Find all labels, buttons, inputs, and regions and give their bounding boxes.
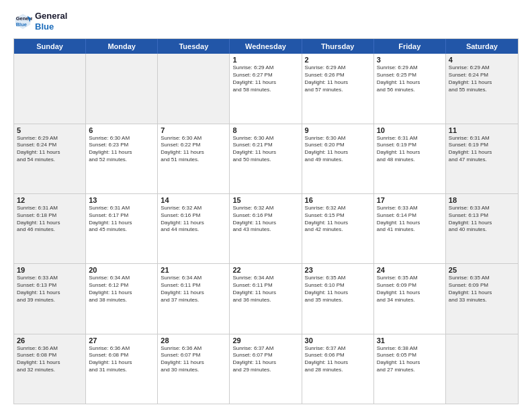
logo-blue: Blue (35, 21, 67, 32)
day-info: Sunrise: 6:30 AM Sunset: 6:20 PM Dayligh… (305, 135, 371, 164)
calendar-day-23: 23Sunrise: 6:35 AM Sunset: 6:10 PM Dayli… (302, 264, 374, 333)
day-number: 9 (305, 126, 371, 134)
day-info: Sunrise: 6:33 AM Sunset: 6:14 PM Dayligh… (377, 205, 443, 234)
calendar-day-13: 13Sunrise: 6:31 AM Sunset: 6:17 PM Dayli… (86, 194, 158, 263)
day-info: Sunrise: 6:36 AM Sunset: 6:08 PM Dayligh… (17, 345, 83, 374)
day-info: Sunrise: 6:34 AM Sunset: 6:12 PM Dayligh… (89, 275, 154, 304)
day-number: 6 (89, 126, 154, 134)
header: General Blue General Blue (13, 11, 519, 32)
weekday-header-wednesday: Wednesday (230, 39, 302, 54)
day-number: 21 (161, 266, 226, 274)
day-number: 13 (89, 196, 154, 204)
calendar-day-empty-0-1 (86, 54, 158, 123)
day-info: Sunrise: 6:29 AM Sunset: 6:27 PM Dayligh… (232, 64, 298, 93)
calendar-day-24: 24Sunrise: 6:35 AM Sunset: 6:09 PM Dayli… (374, 264, 446, 333)
logo: General Blue General Blue (13, 11, 67, 32)
calendar-day-6: 6Sunrise: 6:30 AM Sunset: 6:23 PM Daylig… (86, 124, 158, 193)
calendar-day-30: 30Sunrise: 6:37 AM Sunset: 6:06 PM Dayli… (302, 334, 374, 404)
day-info: Sunrise: 6:30 AM Sunset: 6:23 PM Dayligh… (89, 135, 154, 164)
day-number: 3 (377, 56, 443, 64)
calendar-day-4: 4Sunrise: 6:29 AM Sunset: 6:24 PM Daylig… (446, 54, 518, 123)
calendar-day-19: 19Sunrise: 6:33 AM Sunset: 6:13 PM Dayli… (14, 264, 86, 333)
day-info: Sunrise: 6:29 AM Sunset: 6:24 PM Dayligh… (449, 64, 515, 93)
day-info: Sunrise: 6:34 AM Sunset: 6:11 PM Dayligh… (232, 275, 298, 304)
day-number: 16 (305, 196, 371, 204)
day-info: Sunrise: 6:35 AM Sunset: 6:09 PM Dayligh… (377, 275, 443, 304)
day-info: Sunrise: 6:31 AM Sunset: 6:19 PM Dayligh… (449, 135, 515, 164)
day-info: Sunrise: 6:34 AM Sunset: 6:11 PM Dayligh… (161, 275, 226, 304)
calendar-day-12: 12Sunrise: 6:31 AM Sunset: 6:18 PM Dayli… (14, 194, 86, 263)
day-number: 26 (17, 336, 83, 345)
calendar-day-20: 20Sunrise: 6:34 AM Sunset: 6:12 PM Dayli… (86, 264, 158, 333)
calendar-day-empty-0-0 (14, 54, 86, 123)
day-info: Sunrise: 6:35 AM Sunset: 6:09 PM Dayligh… (449, 275, 515, 304)
day-number: 1 (232, 56, 298, 64)
calendar-day-25: 25Sunrise: 6:35 AM Sunset: 6:09 PM Dayli… (446, 264, 518, 333)
day-info: Sunrise: 6:30 AM Sunset: 6:21 PM Dayligh… (232, 135, 298, 164)
day-number: 31 (377, 336, 443, 345)
logo-icon: General Blue (13, 12, 32, 31)
calendar-day-8: 8Sunrise: 6:30 AM Sunset: 6:21 PM Daylig… (230, 124, 302, 193)
calendar-day-16: 16Sunrise: 6:32 AM Sunset: 6:15 PM Dayli… (302, 194, 374, 263)
calendar-day-5: 5Sunrise: 6:29 AM Sunset: 6:24 PM Daylig… (14, 124, 86, 193)
day-info: Sunrise: 6:29 AM Sunset: 6:26 PM Dayligh… (305, 64, 371, 93)
calendar-day-28: 28Sunrise: 6:36 AM Sunset: 6:07 PM Dayli… (158, 334, 230, 404)
calendar-day-14: 14Sunrise: 6:32 AM Sunset: 6:16 PM Dayli… (158, 194, 230, 263)
day-number: 20 (89, 266, 154, 274)
calendar-row-4: 26Sunrise: 6:36 AM Sunset: 6:08 PM Dayli… (14, 334, 518, 404)
day-info: Sunrise: 6:31 AM Sunset: 6:18 PM Dayligh… (17, 205, 83, 234)
day-info: Sunrise: 6:32 AM Sunset: 6:15 PM Dayligh… (305, 205, 371, 234)
day-info: Sunrise: 6:29 AM Sunset: 6:25 PM Dayligh… (377, 64, 443, 93)
calendar-day-3: 3Sunrise: 6:29 AM Sunset: 6:25 PM Daylig… (374, 54, 446, 123)
logo-general: General (35, 11, 67, 21)
day-number: 14 (161, 196, 226, 204)
day-info: Sunrise: 6:33 AM Sunset: 6:13 PM Dayligh… (449, 205, 515, 234)
page: General Blue General Blue SundayMondayTu… (0, 0, 532, 411)
day-number: 18 (449, 196, 515, 204)
calendar-day-empty-4-6 (446, 334, 518, 404)
day-number: 30 (305, 336, 371, 345)
day-number: 5 (17, 126, 83, 134)
calendar-header: SundayMondayTuesdayWednesdayThursdayFrid… (14, 39, 518, 54)
calendar-day-7: 7Sunrise: 6:30 AM Sunset: 6:22 PM Daylig… (158, 124, 230, 193)
day-number: 23 (305, 266, 371, 274)
calendar-day-10: 10Sunrise: 6:31 AM Sunset: 6:19 PM Dayli… (374, 124, 446, 193)
calendar-day-17: 17Sunrise: 6:33 AM Sunset: 6:14 PM Dayli… (374, 194, 446, 263)
calendar-day-26: 26Sunrise: 6:36 AM Sunset: 6:08 PM Dayli… (14, 334, 86, 404)
day-number: 15 (232, 196, 298, 204)
weekday-header-friday: Friday (374, 39, 446, 54)
calendar-day-21: 21Sunrise: 6:34 AM Sunset: 6:11 PM Dayli… (158, 264, 230, 333)
day-info: Sunrise: 6:32 AM Sunset: 6:16 PM Dayligh… (232, 205, 298, 234)
calendar-day-2: 2Sunrise: 6:29 AM Sunset: 6:26 PM Daylig… (302, 54, 374, 123)
calendar-row-2: 12Sunrise: 6:31 AM Sunset: 6:18 PM Dayli… (14, 194, 518, 264)
calendar-day-15: 15Sunrise: 6:32 AM Sunset: 6:16 PM Dayli… (230, 194, 302, 263)
calendar-day-22: 22Sunrise: 6:34 AM Sunset: 6:11 PM Dayli… (230, 264, 302, 333)
weekday-header-saturday: Saturday (446, 39, 518, 54)
day-number: 27 (89, 336, 154, 345)
day-info: Sunrise: 6:35 AM Sunset: 6:10 PM Dayligh… (305, 275, 371, 304)
day-number: 11 (449, 126, 515, 134)
day-number: 28 (161, 336, 226, 345)
day-number: 24 (377, 266, 443, 274)
day-info: Sunrise: 6:37 AM Sunset: 6:07 PM Dayligh… (232, 345, 298, 374)
day-info: Sunrise: 6:30 AM Sunset: 6:22 PM Dayligh… (161, 135, 226, 164)
calendar-day-29: 29Sunrise: 6:37 AM Sunset: 6:07 PM Dayli… (230, 334, 302, 404)
day-number: 25 (449, 266, 515, 274)
day-info: Sunrise: 6:38 AM Sunset: 6:05 PM Dayligh… (377, 345, 443, 374)
calendar-day-27: 27Sunrise: 6:36 AM Sunset: 6:08 PM Dayli… (86, 334, 158, 404)
weekday-header-tuesday: Tuesday (158, 39, 230, 54)
day-number: 29 (232, 336, 298, 345)
day-number: 8 (232, 126, 298, 134)
day-info: Sunrise: 6:33 AM Sunset: 6:13 PM Dayligh… (17, 275, 83, 304)
day-info: Sunrise: 6:36 AM Sunset: 6:08 PM Dayligh… (89, 345, 154, 374)
weekday-header-thursday: Thursday (302, 39, 374, 54)
svg-text:Blue: Blue (16, 21, 27, 28)
day-number: 4 (449, 56, 515, 64)
day-number: 17 (377, 196, 443, 204)
day-info: Sunrise: 6:29 AM Sunset: 6:24 PM Dayligh… (17, 135, 83, 164)
day-number: 12 (17, 196, 83, 204)
calendar-body: 1Sunrise: 6:29 AM Sunset: 6:27 PM Daylig… (14, 54, 518, 404)
day-number: 7 (161, 126, 226, 134)
calendar-row-3: 19Sunrise: 6:33 AM Sunset: 6:13 PM Dayli… (14, 264, 518, 334)
calendar-day-empty-0-2 (158, 54, 230, 123)
